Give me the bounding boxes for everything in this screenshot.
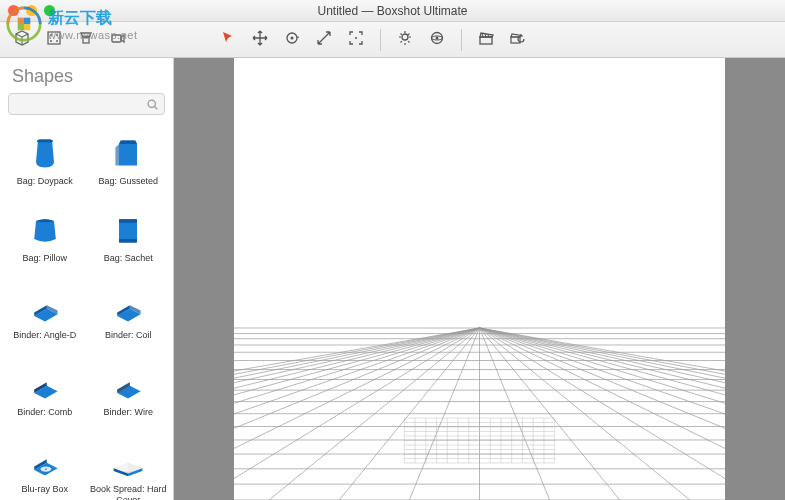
binder-comb-icon: [25, 364, 65, 404]
ground-grid: [234, 58, 725, 500]
svg-point-9: [355, 37, 357, 39]
move-icon: [252, 30, 268, 50]
pointer-icon: [220, 30, 236, 50]
toolbar-separator: [380, 29, 381, 51]
shape-label: Book Spread: Hard Cover: [90, 484, 168, 500]
svg-rect-5: [83, 37, 89, 43]
window-controls: [8, 5, 55, 16]
svg-rect-20: [119, 239, 137, 243]
add-image-button[interactable]: [72, 27, 100, 53]
svg-rect-0: [48, 32, 60, 44]
shape-label: Bag: Doypack: [17, 176, 73, 196]
shape-label: Bag: Sachet: [104, 253, 153, 273]
svg-point-1: [50, 34, 52, 36]
add-shape-button[interactable]: [8, 27, 36, 53]
sphere-icon: [429, 30, 445, 50]
svg-point-2: [56, 34, 58, 36]
viewport-3d[interactable]: [174, 58, 785, 500]
svg-point-3: [50, 40, 52, 42]
render-area: [234, 58, 725, 500]
environment-button[interactable]: [423, 27, 451, 53]
shape-item[interactable]: Book Spread: Hard Cover: [88, 435, 170, 500]
shape-item[interactable]: Blu-ray Box: [4, 435, 86, 500]
binder-icon: [108, 287, 148, 327]
svg-point-4: [56, 40, 58, 42]
bulb-icon: [397, 30, 413, 50]
shape-item[interactable]: Bag: Gusseted: [88, 127, 170, 202]
select-tool-button[interactable]: [214, 27, 242, 53]
bag-sachet-icon: [108, 210, 148, 250]
shape-item[interactable]: Binder: Angle-D: [4, 281, 86, 356]
camera-icon: [110, 30, 126, 50]
scale-icon: [316, 30, 332, 50]
shape-label: Binder: Angle-D: [13, 330, 76, 350]
image-icon: [78, 30, 94, 50]
shape-item[interactable]: Bag: Pillow: [4, 204, 86, 279]
bag-gusseted-icon: [108, 133, 148, 173]
shape-label: Bag: Pillow: [22, 253, 67, 273]
shapes-search: [8, 93, 165, 115]
bag-pillow-icon: [25, 210, 65, 250]
scale-tool-button[interactable]: [310, 27, 338, 53]
rotate-tool-button[interactable]: [278, 27, 306, 53]
shape-item[interactable]: Bag: Sachet: [88, 204, 170, 279]
svg-point-8: [291, 36, 294, 39]
shape-item[interactable]: Binder: Wire: [88, 358, 170, 433]
bag-doypack-icon: [25, 133, 65, 173]
svg-rect-14: [480, 37, 492, 44]
svg-rect-6: [112, 35, 121, 42]
shape-label: Binder: Coil: [105, 330, 152, 350]
fit-tool-button[interactable]: [342, 27, 370, 53]
sidebar-title: Shapes: [0, 58, 173, 93]
window-title: Untitled — Boxshot Ultimate: [0, 4, 785, 18]
window-titlebar: Untitled — Boxshot Ultimate: [0, 0, 785, 22]
shape-item[interactable]: Binder: Comb: [4, 358, 86, 433]
book-spread-icon: [108, 441, 148, 481]
shape-item[interactable]: Bag: Doypack: [4, 127, 86, 202]
binder-icon: [25, 287, 65, 327]
render-button[interactable]: [472, 27, 500, 53]
minimize-window-button[interactable]: [26, 5, 37, 16]
main-toolbar: [0, 22, 785, 58]
shape-label: Bag: Gusseted: [98, 176, 158, 196]
clapper-icon: [478, 30, 494, 50]
shapes-search-input[interactable]: [8, 93, 165, 115]
rotate-icon: [284, 30, 300, 50]
close-window-button[interactable]: [8, 5, 19, 16]
bluray-icon: [25, 441, 65, 481]
cube-icon: [14, 30, 30, 50]
add-camera-button[interactable]: [104, 27, 132, 53]
clapper-redo-icon: [510, 30, 526, 50]
shape-item[interactable]: Binder: Coil: [88, 281, 170, 356]
toolbar-separator: [461, 29, 462, 51]
svg-rect-19: [119, 219, 137, 223]
move-tool-button[interactable]: [246, 27, 274, 53]
binder-wire-icon: [108, 364, 148, 404]
add-text-button[interactable]: [40, 27, 68, 53]
zoom-window-button[interactable]: [44, 5, 55, 16]
shape-label: Blu-ray Box: [21, 484, 68, 500]
svg-point-37: [44, 468, 47, 469]
shape-label: Binder: Wire: [103, 407, 153, 427]
shapes-sidebar: Shapes Bag: DoypackBag: GussetedBag: Pil…: [0, 58, 174, 500]
fit-icon: [348, 30, 364, 50]
shape-label: Binder: Comb: [17, 407, 72, 427]
lighting-button[interactable]: [391, 27, 419, 53]
shapes-scroll[interactable]: Bag: DoypackBag: GussetedBag: PillowBag:…: [0, 123, 173, 500]
text-icon: [46, 30, 62, 50]
render-again-button[interactable]: [504, 27, 532, 53]
svg-point-13: [436, 36, 439, 39]
svg-point-10: [402, 34, 408, 40]
